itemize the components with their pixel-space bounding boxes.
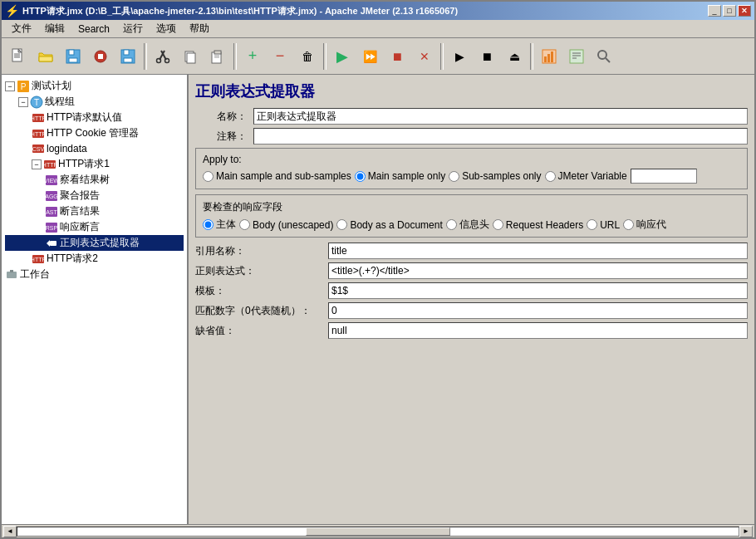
- tree-node-regex[interactable]: 正则表达式提取器: [5, 235, 184, 251]
- resp-body-unescaped-radio[interactable]: [239, 219, 250, 230]
- view-tree-icon: VIEW: [45, 174, 58, 187]
- tree-node-agg[interactable]: AGG 聚合报告: [5, 188, 184, 203]
- scroll-right-button[interactable]: ►: [739, 526, 753, 537]
- stop-button[interactable]: ⏹: [384, 43, 410, 70]
- expand-thread[interactable]: −: [18, 97, 28, 107]
- response-section: 要检查的响应字段 主体 Body (unescaped) Body as: [195, 194, 748, 238]
- resp-code-label[interactable]: 响应代: [623, 218, 666, 232]
- regex-input[interactable]: [328, 262, 748, 279]
- template-input[interactable]: [328, 282, 748, 299]
- svg-text:AGG: AGG: [45, 194, 58, 199]
- menu-options[interactable]: 选项: [150, 20, 183, 37]
- run-no-pause-button[interactable]: ⏩: [356, 43, 383, 70]
- log-button[interactable]: [563, 43, 590, 70]
- tree-node-http1[interactable]: − HTTP HTTP请求1: [5, 156, 184, 172]
- resp-info-header-radio[interactable]: [446, 219, 457, 230]
- remote-stop-button[interactable]: ⏹: [474, 43, 500, 70]
- tree-node-plan[interactable]: − P 测试计划: [5, 78, 184, 94]
- svg-rect-12: [124, 58, 132, 62]
- jmeter-var-input[interactable]: [631, 169, 697, 184]
- tree: − P 测试计划 − T 线程组 HTTP: [2, 75, 187, 286]
- default-val-input[interactable]: [328, 322, 748, 339]
- apply-jmeter-var-label[interactable]: JMeter Variable: [545, 170, 627, 182]
- resp-url-radio[interactable]: [587, 219, 597, 230]
- apply-main-only-label[interactable]: Main sample only: [355, 170, 445, 182]
- resp-body-doc-radio[interactable]: [336, 219, 347, 230]
- resp-url-label[interactable]: URL: [587, 219, 620, 231]
- resp-req-headers-radio[interactable]: [493, 219, 503, 230]
- remote-exit-button[interactable]: ⏏: [501, 43, 528, 70]
- svg-line-32: [606, 58, 610, 62]
- menu-file[interactable]: 文件: [5, 20, 38, 37]
- response-radio-group: 主体 Body (unescaped) Body as a Document: [203, 218, 740, 232]
- apply-sub-only-radio[interactable]: [449, 171, 459, 182]
- svg-rect-20: [214, 51, 221, 54]
- search-toolbar-button[interactable]: [591, 43, 617, 70]
- resp-info-header-label[interactable]: 信息头: [446, 218, 489, 232]
- menu-run[interactable]: 运行: [116, 20, 150, 37]
- tree-node-view-tree[interactable]: VIEW 察看结果树: [5, 172, 184, 188]
- tree-node-http2[interactable]: HTTP HTTP请求2: [5, 251, 184, 267]
- menu-edit[interactable]: 编辑: [38, 20, 71, 37]
- results-button[interactable]: [536, 43, 562, 70]
- paste-button[interactable]: [204, 43, 231, 70]
- new-button[interactable]: [5, 43, 32, 70]
- resp-req-headers-label[interactable]: Request Headers: [493, 219, 583, 231]
- svg-text:HTTP: HTTP: [32, 115, 45, 121]
- tree-node-logindata[interactable]: CSV logindata: [5, 141, 184, 156]
- expand-plan[interactable]: −: [5, 81, 15, 91]
- remove-button[interactable]: −: [267, 43, 293, 70]
- cut-button[interactable]: [150, 43, 176, 70]
- tree-node-assert-result[interactable]: AST 断言结果: [5, 203, 184, 219]
- tree-node-thread[interactable]: − T 线程组: [5, 94, 184, 110]
- tree-node-workbench[interactable]: 工作台: [5, 267, 184, 282]
- match-num-input[interactable]: [328, 302, 748, 319]
- scroll-thumb: [306, 527, 450, 536]
- remote-start-button[interactable]: ▶: [446, 43, 473, 70]
- resp-code-text: 响应代: [636, 218, 666, 232]
- ref-name-input[interactable]: [328, 243, 748, 259]
- name-input[interactable]: [253, 108, 748, 125]
- close-button[interactable]: ✕: [738, 5, 751, 17]
- resp-body-unescaped-label[interactable]: Body (unescaped): [239, 219, 333, 231]
- resp-body-radio[interactable]: [203, 219, 214, 230]
- minimize-button[interactable]: _: [708, 5, 721, 17]
- maximize-button[interactable]: □: [723, 5, 736, 17]
- apply-main-only-radio[interactable]: [355, 171, 366, 182]
- menu-search[interactable]: Search: [71, 22, 116, 37]
- svg-text:AST: AST: [46, 209, 57, 215]
- stop-now-button[interactable]: ✕: [411, 43, 438, 70]
- run-button[interactable]: ▶: [329, 43, 356, 70]
- save-button[interactable]: [115, 43, 141, 70]
- match-num-label: 匹配数字（0代表随机）：: [195, 304, 328, 318]
- name-row: 名称：: [195, 108, 748, 125]
- scroll-track[interactable]: [17, 527, 739, 537]
- tree-node-http-auth[interactable]: HTTP HTTP请求默认值: [5, 110, 184, 125]
- resp-body-doc-label[interactable]: Body as a Document: [336, 219, 442, 231]
- scroll-left-button[interactable]: ◄: [3, 526, 17, 537]
- clear-button[interactable]: 🗑: [294, 43, 321, 70]
- apply-main-sub-radio[interactable]: [203, 171, 214, 182]
- resp-body-label[interactable]: 主体: [203, 218, 236, 232]
- apply-sub-only-label[interactable]: Sub-samples only: [449, 170, 541, 182]
- stop-red-button[interactable]: [87, 43, 114, 70]
- svg-rect-26: [551, 51, 553, 62]
- apply-main-sub-label[interactable]: Main sample and sub-samples: [203, 170, 351, 182]
- apply-to-title: Apply to:: [203, 154, 740, 165]
- title-bar: ⚡ HTTP请求.jmx (D:\B_工具\apache-jmeter-2.13…: [2, 2, 754, 20]
- tree-node-cookie[interactable]: HTTP HTTP Cookie 管理器: [5, 125, 184, 141]
- sidebar: − P 测试计划 − T 线程组 HTTP: [2, 75, 189, 524]
- resp-code-radio[interactable]: [623, 219, 634, 230]
- comment-input[interactable]: [253, 128, 748, 145]
- tree-label-thread: 线程组: [45, 95, 75, 109]
- apply-jmeter-var-radio[interactable]: [545, 171, 556, 182]
- tree-node-response-assert[interactable]: RSP 响应断言: [5, 219, 184, 235]
- copy-button[interactable]: [177, 43, 204, 70]
- open-button[interactable]: [32, 43, 59, 70]
- menu-help[interactable]: 帮助: [183, 20, 216, 37]
- expand-http1[interactable]: −: [32, 159, 42, 169]
- window-controls: _ □ ✕: [708, 5, 751, 17]
- save-template-button[interactable]: [60, 43, 86, 70]
- add-button[interactable]: +: [239, 43, 266, 70]
- resp-body-unescaped-text: Body (unescaped): [253, 219, 333, 231]
